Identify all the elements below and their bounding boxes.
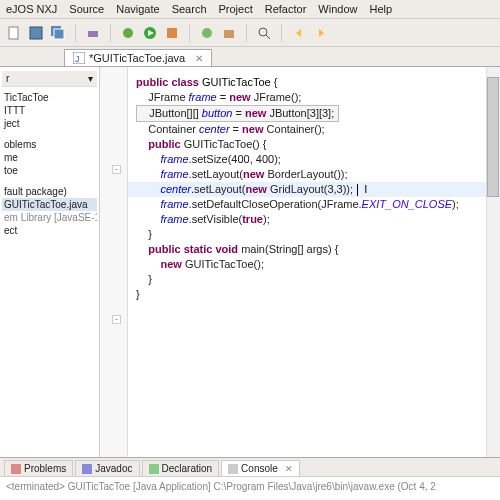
svg-rect-8	[167, 28, 177, 38]
svg-point-9	[202, 28, 212, 38]
vertical-scrollbar[interactable]	[486, 67, 500, 457]
svg-rect-19	[149, 464, 159, 474]
console-icon	[228, 464, 238, 474]
menu-refactor[interactable]: Refactor	[265, 3, 307, 15]
svg-rect-1	[30, 27, 42, 39]
package-explorer[interactable]: r ▾ TicTacToeITTTjectoblemsmetoefault pa…	[0, 67, 100, 457]
code-line[interactable]: frame.setSize(400, 400);	[136, 152, 492, 167]
bottom-tab-declaration[interactable]: Declaration	[142, 460, 220, 476]
svg-rect-17	[11, 464, 21, 474]
svg-rect-4	[88, 31, 98, 37]
tree-item[interactable]: toe	[2, 164, 97, 177]
bottom-tab-problems[interactable]: Problems	[4, 460, 73, 476]
bottom-tab-label: Javadoc	[95, 463, 132, 474]
code-line[interactable]: new GUITicTacToe();	[136, 257, 492, 272]
bottom-panel: ProblemsJavadocDeclarationConsole✕ <term…	[0, 457, 500, 500]
svg-rect-0	[9, 27, 18, 39]
nav-fwd-icon[interactable]	[313, 25, 329, 41]
code-line[interactable]: public GUITicTacToe() {	[136, 137, 492, 152]
editor-tab-active[interactable]: J *GUITicTacToe.java ✕	[64, 49, 212, 66]
tree-item[interactable]: ject	[2, 117, 97, 130]
bottom-tab-label: Console	[241, 463, 278, 474]
main-area: r ▾ TicTacToeITTTjectoblemsmetoefault pa…	[0, 67, 500, 457]
tree-item[interactable]: oblems	[2, 138, 97, 151]
code-line[interactable]: JButton[][] button = new JButton[3][3];	[136, 105, 339, 122]
code-line[interactable]: Container center = new Container();	[136, 122, 492, 137]
tree-item[interactable]: ect	[2, 224, 97, 237]
code-line[interactable]: frame.setDefaultCloseOperation(JFrame.EX…	[136, 197, 492, 212]
fold-icon[interactable]: -	[112, 315, 121, 324]
menu-project[interactable]: Project	[219, 3, 253, 15]
bottom-tab-javadoc[interactable]: Javadoc	[75, 460, 139, 476]
problems-icon	[11, 464, 21, 474]
svg-point-11	[259, 28, 267, 36]
menu-search[interactable]: Search	[172, 3, 207, 15]
tree-item[interactable]: me	[2, 151, 97, 164]
code-line[interactable]: }	[136, 287, 492, 302]
svg-marker-14	[319, 29, 324, 37]
svg-marker-13	[296, 29, 301, 37]
save-all-icon[interactable]	[50, 25, 66, 41]
bottom-tab-console[interactable]: Console✕	[221, 460, 300, 476]
svg-rect-18	[82, 464, 92, 474]
scrollbar-thumb[interactable]	[487, 77, 499, 197]
menu-navigate[interactable]: Navigate	[116, 3, 159, 15]
search-icon[interactable]	[256, 25, 272, 41]
bottom-tab-label: Problems	[24, 463, 66, 474]
debug-icon[interactable]	[120, 25, 136, 41]
console-status: <terminated> GUITicTacToe [Java Applicat…	[0, 477, 500, 496]
tab-label: *GUITicTacToe.java	[89, 52, 185, 64]
new-icon[interactable]	[6, 25, 22, 41]
close-icon[interactable]: ✕	[285, 464, 293, 474]
declaration-icon	[149, 464, 159, 474]
explorer-header: r	[6, 73, 9, 84]
menu-window[interactable]: Window	[318, 3, 357, 15]
code-editor[interactable]: -- public class GUITicTacToe { JFrame fr…	[100, 67, 500, 457]
code-line[interactable]: frame.setLayout(new BorderLayout());	[136, 167, 492, 182]
svg-rect-20	[228, 464, 238, 474]
bottom-tab-label: Declaration	[162, 463, 213, 474]
code-line[interactable]: center.setLayout(new GridLayout(3,3)); I	[100, 182, 492, 197]
close-icon[interactable]: ✕	[195, 53, 203, 64]
package-tree[interactable]: TicTacToeITTTjectoblemsmetoefault packag…	[2, 91, 97, 237]
svg-rect-3	[54, 29, 64, 39]
view-menu-icon[interactable]: ▾	[88, 73, 93, 84]
java-file-icon: J	[73, 52, 85, 64]
editor-tabstrip: J *GUITicTacToe.java ✕	[0, 47, 500, 67]
new-package-icon[interactable]	[221, 25, 237, 41]
save-icon[interactable]	[28, 25, 44, 41]
code-line[interactable]: }	[136, 272, 492, 287]
svg-text:J: J	[75, 54, 80, 64]
run-icon[interactable]	[142, 25, 158, 41]
code-line[interactable]: public static void main(String[] args) {	[136, 242, 492, 257]
svg-rect-10	[224, 30, 234, 38]
bottom-tabstrip: ProblemsJavadocDeclarationConsole✕	[0, 458, 500, 477]
new-class-icon[interactable]	[199, 25, 215, 41]
fold-icon[interactable]: -	[112, 165, 121, 174]
tree-item[interactable]: GUITicTacToe.java	[2, 198, 97, 211]
ext-tools-icon[interactable]	[164, 25, 180, 41]
build-icon[interactable]	[85, 25, 101, 41]
menu-source[interactable]: Source	[69, 3, 104, 15]
code-line[interactable]: JFrame frame = new JFrame();	[136, 90, 492, 105]
menubar: eJOS NXJSourceNavigateSearchProjectRefac…	[0, 0, 500, 19]
code-line[interactable]: public class GUITicTacToe {	[136, 75, 492, 90]
svg-line-12	[266, 35, 270, 39]
editor-gutter: --	[100, 67, 128, 457]
tree-item[interactable]: em Library [JavaSE-1.6]	[2, 211, 97, 224]
menu-ejos-nxj[interactable]: eJOS NXJ	[6, 3, 57, 15]
javadoc-icon	[82, 464, 92, 474]
tree-item[interactable]: ITTT	[2, 104, 97, 117]
menu-help[interactable]: Help	[369, 3, 392, 15]
tree-item[interactable]: fault package)	[2, 185, 97, 198]
tree-item[interactable]: TicTacToe	[2, 91, 97, 104]
svg-point-5	[123, 28, 133, 38]
code-line[interactable]: frame.setVisible(true);	[136, 212, 492, 227]
toolbar	[0, 19, 500, 47]
code-line[interactable]: }	[136, 227, 492, 242]
nav-back-icon[interactable]	[291, 25, 307, 41]
